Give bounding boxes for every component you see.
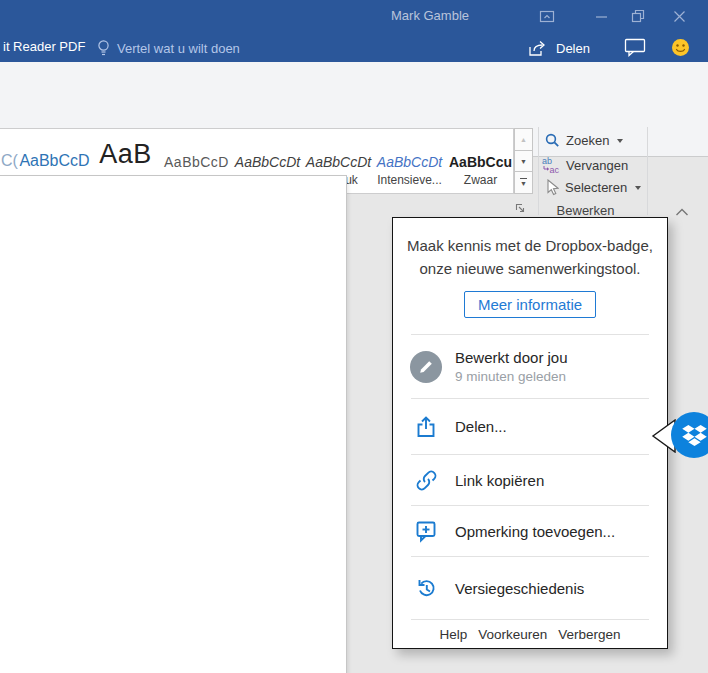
minimize-button[interactable] — [588, 4, 614, 28]
feedback-smiley-button[interactable] — [671, 38, 690, 61]
group-separator — [647, 127, 648, 215]
search-icon — [545, 133, 560, 148]
style-item-zwaar[interactable]: AaBbCcu Zwaar — [445, 129, 514, 193]
restore-button[interactable] — [625, 4, 651, 28]
activity-title: Bewerkt door jou — [455, 349, 568, 366]
gallery-scroll-down-button[interactable]: ▼ — [514, 151, 533, 173]
style-label: Intensieve... — [377, 173, 442, 187]
close-button[interactable] — [666, 4, 692, 28]
svg-text:ac: ac — [550, 165, 560, 174]
version-history-icon — [414, 576, 438, 600]
window-title: Mark Gamble — [391, 8, 469, 23]
comment-icon — [624, 38, 646, 57]
ribbon-display-options-button[interactable] — [534, 4, 560, 28]
style-sample: AaBbCcu — [449, 134, 512, 170]
pencil-icon — [418, 359, 434, 375]
share-icon — [528, 40, 549, 57]
more-info-button[interactable]: Meer informatie — [464, 291, 596, 318]
style-sample: AaBbCcDt — [235, 134, 300, 170]
copy-link-action-row[interactable]: Link kopiëren — [393, 455, 667, 505]
style-sample: AaBbCcDt — [306, 134, 371, 170]
version-history-action-label: Versiegeschiedenis — [455, 580, 584, 597]
hide-link[interactable]: Verbergen — [558, 627, 620, 642]
smiley-icon — [671, 38, 690, 57]
share-button[interactable]: Delen — [528, 36, 590, 60]
tab-reader-pdf[interactable]: it Reader PDF — [3, 39, 85, 54]
find-button[interactable]: Zoeken — [545, 133, 623, 148]
minimize-icon — [595, 10, 608, 23]
share-icon — [415, 415, 437, 439]
preferences-link[interactable]: Voorkeuren — [478, 627, 547, 642]
replace-icon: ab ac — [541, 156, 560, 174]
chevron-down-icon — [635, 186, 641, 190]
gallery-more-bar — [520, 178, 527, 179]
close-icon — [673, 10, 686, 23]
word-window: Mark Gamble it Reader PDF — [0, 0, 708, 673]
style-sample: AaBbCcD — [19, 134, 89, 170]
panel-footer: Help Voorkeuren Verbergen — [393, 620, 667, 648]
panel-headline: Maak kennis met de Dropbox-badge, onze n… — [405, 235, 655, 280]
styles-gallery-scrollbar: ▲ ▼ ▼ — [514, 128, 533, 194]
copy-link-action-label: Link kopiëren — [455, 472, 544, 489]
ribbon: C( AaBbCcD Kop 2 AaB Titel AaBbCcD Onder… — [0, 62, 708, 157]
gallery-more-button[interactable]: ▼ — [514, 172, 533, 194]
comments-button[interactable] — [624, 38, 646, 61]
style-sample: AaBbCcDt — [377, 134, 442, 170]
collapse-ribbon-button[interactable] — [675, 203, 689, 213]
activity-subtitle: 9 minuten geleden — [455, 369, 568, 384]
dropbox-logo-icon — [681, 422, 708, 449]
style-item-intensieve-benadrukking[interactable]: AaBbCcDt Intensieve... — [374, 129, 445, 193]
dropbox-badge-panel: Maak kennis met de Dropbox-badge, onze n… — [392, 217, 668, 649]
activity-avatar — [407, 351, 445, 383]
tell-me-box[interactable]: Vertel wat u wilt doen — [97, 36, 240, 60]
dropbox-badge-button[interactable] — [671, 412, 708, 458]
find-label: Zoeken — [566, 133, 609, 148]
style-label: Zwaar — [464, 173, 497, 187]
cursor-arrow-icon — [545, 179, 559, 196]
activity-row[interactable]: Bewerkt door jou 9 minuten geleden — [393, 335, 667, 398]
add-comment-action-row[interactable]: Opmerking toevoegen... — [393, 506, 667, 556]
style-sample: AaB — [99, 134, 152, 170]
group-separator — [538, 127, 539, 215]
help-link[interactable]: Help — [439, 627, 467, 642]
add-comment-icon — [414, 519, 438, 543]
tell-me-label: Vertel wat u wilt doen — [117, 41, 240, 56]
document-page[interactable] — [0, 175, 347, 673]
replace-label: Vervangen — [566, 158, 628, 173]
editing-group-label: Bewerken — [523, 203, 648, 218]
lightbulb-icon — [97, 39, 110, 57]
gallery-scroll-up-button[interactable]: ▲ — [514, 128, 533, 151]
add-comment-action-label: Opmerking toevoegen... — [455, 523, 615, 540]
style-sample: AaBbCcD — [164, 134, 229, 170]
select-button[interactable]: Selecteren — [545, 179, 641, 196]
style-sample: C( — [1, 134, 18, 170]
ribbon-tab-row: it Reader PDF Vertel wat u wilt doen Del… — [0, 32, 708, 62]
titlebar: Mark Gamble — [0, 0, 708, 32]
chevron-down-icon — [617, 139, 623, 143]
version-history-action-row[interactable]: Versiegeschiedenis — [393, 557, 667, 619]
select-label: Selecteren — [565, 180, 627, 195]
share-action-label: Delen... — [455, 418, 507, 435]
share-label: Delen — [556, 41, 590, 56]
ribbon-display-options-icon — [539, 9, 555, 24]
chevron-up-icon — [675, 208, 689, 217]
restore-icon — [631, 9, 645, 23]
replace-button[interactable]: ab ac Vervangen — [541, 156, 628, 174]
share-action-row[interactable]: Delen... — [393, 399, 667, 454]
link-icon — [415, 469, 438, 492]
